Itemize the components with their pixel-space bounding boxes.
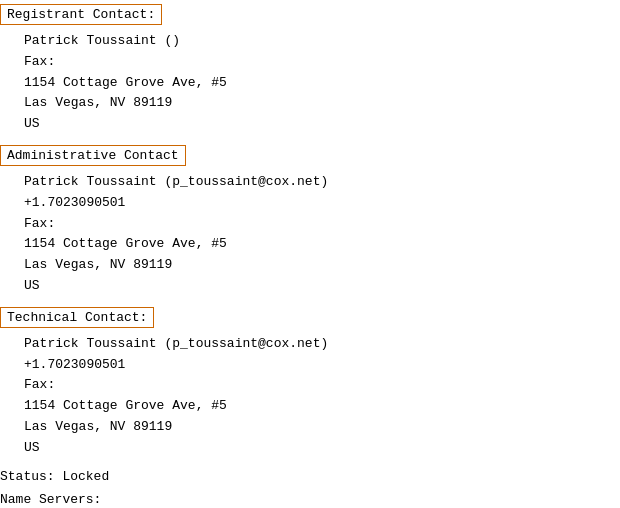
registrant-address2: Las Vegas, NV 89119 (24, 93, 620, 114)
nameservers-label: Name Servers: (0, 492, 620, 507)
registrant-country: US (24, 114, 620, 135)
registrant-name: Patrick Toussaint () (24, 31, 620, 52)
status-label: Status: Locked (0, 469, 109, 484)
administrative-content: Patrick Toussaint (p_toussaint@cox.net) … (0, 172, 620, 297)
technical-name: Patrick Toussaint (p_toussaint@cox.net) (24, 334, 620, 355)
status-section: Status: Locked (0, 469, 620, 484)
technical-content: Patrick Toussaint (p_toussaint@cox.net) … (0, 334, 620, 459)
technical-header: Technical Contact: (0, 307, 154, 328)
technical-fax-label: Fax: (24, 375, 620, 396)
administrative-name: Patrick Toussaint (p_toussaint@cox.net) (24, 172, 620, 193)
registrant-header: Registrant Contact: (0, 4, 162, 25)
technical-phone: +1.7023090501 (24, 355, 620, 376)
administrative-address2: Las Vegas, NV 89119 (24, 255, 620, 276)
technical-section: Technical Contact: Patrick Toussaint (p_… (0, 307, 620, 459)
registrant-content: Patrick Toussaint () Fax: 1154 Cottage G… (0, 31, 620, 135)
administrative-phone: +1.7023090501 (24, 193, 620, 214)
technical-address1: 1154 Cottage Grove Ave, #5 (24, 396, 620, 417)
registrant-fax-label: Fax: (24, 52, 620, 73)
administrative-fax-label: Fax: (24, 214, 620, 235)
administrative-country: US (24, 276, 620, 297)
technical-country: US (24, 438, 620, 459)
registrant-address1: 1154 Cottage Grove Ave, #5 (24, 73, 620, 94)
nameservers-section: Name Servers: win8.fastbighost.com win8.… (0, 492, 620, 508)
registrant-section: Registrant Contact: Patrick Toussaint ()… (0, 4, 620, 135)
administrative-header: Administrative Contact (0, 145, 186, 166)
administrative-section: Administrative Contact Patrick Toussaint… (0, 145, 620, 297)
administrative-address1: 1154 Cottage Grove Ave, #5 (24, 234, 620, 255)
technical-address2: Las Vegas, NV 89119 (24, 417, 620, 438)
